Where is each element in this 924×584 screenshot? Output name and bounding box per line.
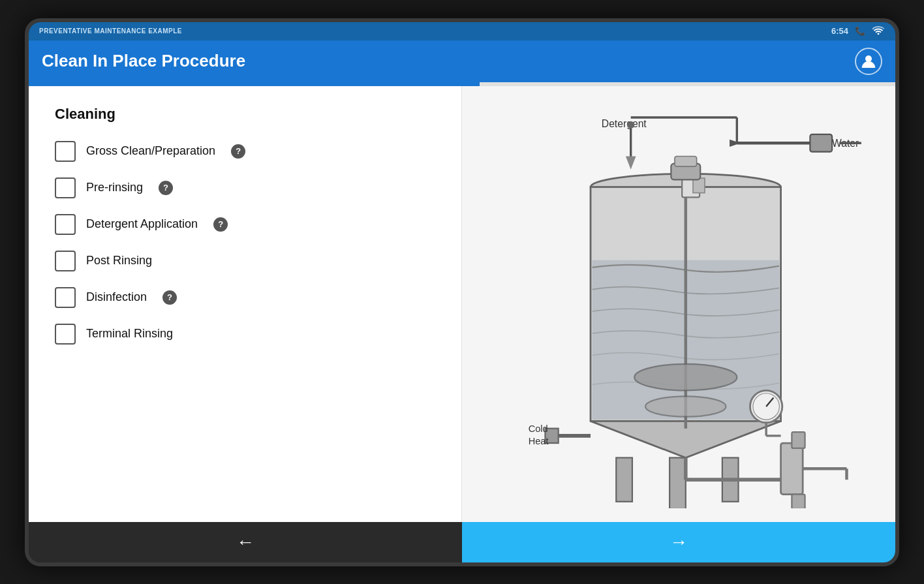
svg-rect-16: [670, 457, 686, 508]
checklist-item-disinfection: Disinfection?: [55, 287, 435, 308]
checklist-item-terminal-rinsing: Terminal Rinsing: [55, 324, 435, 345]
svg-rect-38: [792, 494, 805, 508]
help-icon-disinfection[interactable]: ?: [162, 290, 177, 305]
checklist-item-gross-clean: Gross Clean/Preparation?: [55, 141, 435, 162]
checkbox-post-rinsing[interactable]: [55, 251, 76, 271]
item-label-terminal-rinsing: Terminal Rinsing: [86, 327, 173, 341]
svg-point-0: [865, 55, 872, 62]
wifi-icon: [872, 25, 885, 37]
back-button[interactable]: ←: [29, 522, 462, 562]
svg-marker-2: [730, 139, 741, 146]
time-display: 6:54: [831, 26, 848, 36]
user-avatar[interactable]: [855, 48, 882, 75]
next-arrow-icon: →: [670, 532, 688, 553]
tablet-frame: PREVENTATIVE MAINTENANCE EXAMPLE 6:54 📞 …: [25, 18, 899, 566]
checkbox-detergent-application[interactable]: [55, 214, 76, 235]
svg-text:Heat: Heat: [529, 436, 549, 446]
diagram-container: Water Detergent: [475, 99, 882, 509]
checklist-item-detergent-application: Detergent Application?: [55, 214, 435, 235]
left-panel: Cleaning Gross Clean/Preparation?Pre-rin…: [29, 86, 462, 522]
cip-diagram: Water Detergent: [488, 99, 869, 509]
footer: ← →: [29, 522, 895, 562]
help-icon-pre-rinsing[interactable]: ?: [159, 181, 173, 195]
svg-text:Cold: Cold: [529, 423, 548, 434]
svg-rect-45: [675, 156, 697, 166]
help-icon-gross-clean[interactable]: ?: [231, 144, 245, 159]
svg-rect-37: [792, 432, 805, 448]
section-title: Cleaning: [55, 106, 435, 123]
checklist-item-pre-rinsing: Pre-rinsing?: [55, 177, 435, 198]
next-button[interactable]: →: [462, 522, 895, 562]
checkbox-gross-clean[interactable]: [55, 141, 76, 162]
main-content: Cleaning Gross Clean/Preparation?Pre-rin…: [29, 86, 895, 522]
page-title: Clean In Place Procedure: [42, 51, 245, 71]
checkbox-disinfection[interactable]: [55, 287, 76, 308]
item-label-gross-clean: Gross Clean/Preparation: [86, 144, 215, 158]
svg-marker-7: [626, 156, 636, 169]
header: Clean In Place Procedure: [29, 40, 895, 82]
checkbox-terminal-rinsing[interactable]: [55, 324, 76, 345]
status-bar: PREVENTATIVE MAINTENANCE EXAMPLE 6:54 📞: [29, 22, 895, 40]
item-label-post-rinsing: Post Rinsing: [86, 254, 152, 268]
back-arrow-icon: ←: [236, 532, 254, 553]
svg-rect-36: [781, 443, 803, 494]
item-label-pre-rinsing: Pre-rinsing: [86, 181, 143, 194]
item-label-detergent-application: Detergent Application: [86, 217, 198, 231]
help-icon-detergent-application[interactable]: ?: [213, 217, 228, 232]
svg-text:Detergent: Detergent: [602, 117, 647, 129]
checklist-container: Gross Clean/Preparation?Pre-rinsing?Dete…: [55, 141, 435, 345]
phone-icon: 📞: [855, 26, 865, 36]
svg-rect-15: [617, 457, 633, 501]
svg-rect-4: [810, 134, 833, 151]
item-label-disinfection: Disinfection: [86, 290, 147, 304]
right-panel: Water Detergent: [462, 86, 895, 522]
svg-point-22: [646, 396, 726, 416]
svg-point-9: [627, 121, 634, 128]
svg-point-21: [635, 363, 737, 390]
app-name: PREVENTATIVE MAINTENANCE EXAMPLE: [39, 27, 182, 35]
checkbox-pre-rinsing[interactable]: [55, 177, 76, 198]
checklist-item-post-rinsing: Post Rinsing: [55, 251, 435, 271]
